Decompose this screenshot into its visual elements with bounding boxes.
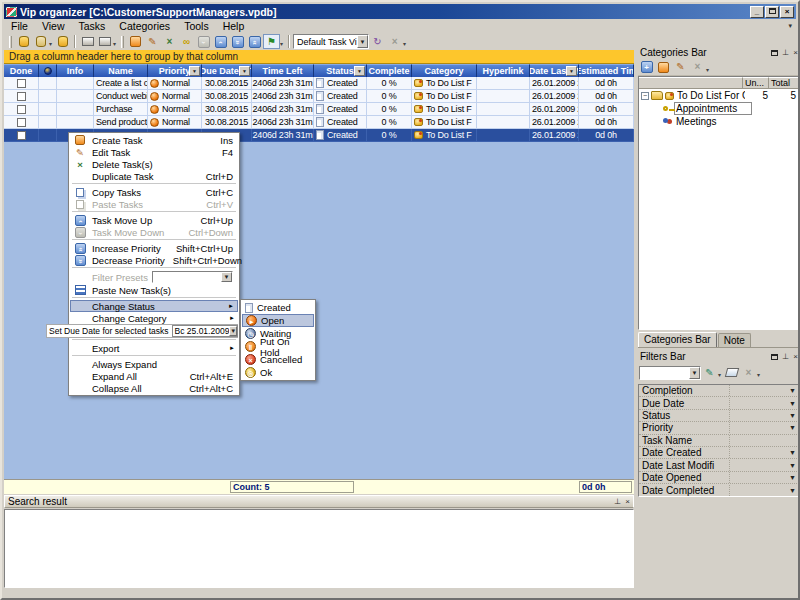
task-move-down-button[interactable]: › xyxy=(195,34,212,49)
filter-presets-arrow-icon[interactable]: ▼ xyxy=(221,272,232,282)
menu-item-decrease-priority[interactable]: »Decrease PriorityShift+Ctrl+Down xyxy=(70,254,238,266)
pin-icon[interactable]: ⊥ xyxy=(614,498,621,506)
close-icon[interactable]: × xyxy=(625,498,630,506)
tab-note[interactable]: Note xyxy=(718,333,751,347)
clear-view-button[interactable]: × xyxy=(386,34,403,49)
status-filter-arrow-icon[interactable]: ▼ xyxy=(354,66,365,76)
clear-filter-button[interactable] xyxy=(723,365,740,380)
filter-row-completion[interactable]: Completion▼ xyxy=(639,385,799,397)
categories-overflow-icon[interactable]: ▾ xyxy=(706,66,709,73)
float-icon[interactable] xyxy=(771,354,778,360)
edit-task-button[interactable]: ✎ xyxy=(144,34,161,49)
tree-item-todo-list[interactable]: − To Do List For Customer S 5 5 xyxy=(639,89,799,102)
dropdown-icon[interactable]: ▼ xyxy=(789,449,796,456)
column-header-status[interactable]: Status▼ xyxy=(314,64,367,77)
edit-category-button[interactable]: ✎ xyxy=(672,60,689,75)
menu-item-export[interactable]: Export► xyxy=(70,342,238,354)
menu-item-create-task[interactable]: Create TaskIns xyxy=(70,134,238,146)
column-header-name[interactable]: Name xyxy=(94,64,148,77)
menu-item-set-due-date[interactable]: Set Due Date for selected tasks Bc 25.01… xyxy=(46,324,238,338)
priority-filter-arrow-icon[interactable]: ▼ xyxy=(189,66,200,76)
dropdown-icon[interactable]: ▼ xyxy=(789,400,796,407)
dropdown-icon[interactable]: ▼ xyxy=(789,424,796,431)
flag-view-button[interactable]: ⚑ xyxy=(263,34,280,49)
delete-task-button[interactable]: × xyxy=(161,34,178,49)
edit-filter-button[interactable]: ✎ xyxy=(701,365,718,380)
column-header-info[interactable]: Info xyxy=(57,64,94,77)
minimize-button[interactable]: _ xyxy=(750,6,764,18)
menu-item-increase-priority[interactable]: »Increase PriorityShift+Ctrl+Up xyxy=(70,242,238,254)
menu-item-paste-new-tasks[interactable]: Paste New Task(s) xyxy=(70,284,238,296)
restore-button[interactable] xyxy=(765,6,779,18)
submenu-item-open[interactable]: ▸Open xyxy=(242,314,314,327)
column-header-date-last-modified[interactable]: Date Last M▼ xyxy=(530,64,579,77)
filter-row-priority[interactable]: Priority▼ xyxy=(639,422,799,434)
dropdown-icon[interactable]: ▼ xyxy=(789,462,796,469)
menu-item-task-move-down[interactable]: ›Task Move DownCtrl+Down xyxy=(70,226,238,238)
delete-category-button[interactable]: × xyxy=(689,60,706,75)
collapse-icon[interactable]: − xyxy=(641,92,649,100)
task-move-up-button[interactable]: › xyxy=(212,34,229,49)
create-task-button[interactable] xyxy=(127,34,144,49)
column-header-hyperlink[interactable]: Hyperlink xyxy=(477,64,530,77)
filter-overflow-icon[interactable]: ▾ xyxy=(718,371,721,378)
print-preview-button[interactable] xyxy=(96,34,113,49)
menu-item-always-expand[interactable]: Always Expand xyxy=(70,358,238,370)
done-checkbox[interactable] xyxy=(17,118,26,127)
done-checkbox[interactable] xyxy=(17,105,26,114)
submenu-item-put-on-hold[interactable]: ‖Put On Hold xyxy=(242,340,314,353)
backup-database-button[interactable] xyxy=(54,34,71,49)
close-icon[interactable]: × xyxy=(793,49,798,57)
print-button[interactable] xyxy=(79,34,96,49)
menu-item-task-move-up[interactable]: ›Task Move UpCtrl+Up xyxy=(70,214,238,226)
filter-preset-arrow-icon[interactable]: ▼ xyxy=(689,367,700,379)
menu-item-duplicate-task[interactable]: Duplicate TaskCtrl+D xyxy=(70,170,238,182)
menu-file[interactable]: File xyxy=(4,19,35,33)
increase-priority-button[interactable]: » xyxy=(246,34,263,49)
task-view-combo-arrow-icon[interactable]: ▼ xyxy=(357,35,368,48)
decrease-priority-button[interactable]: » xyxy=(229,34,246,49)
menu-item-expand-all[interactable]: Expand AllCtrl+Alt+E xyxy=(70,370,238,382)
filter-row-status[interactable]: Status▼ xyxy=(639,410,799,422)
column-header-category[interactable]: Category xyxy=(412,64,477,77)
view-task-button[interactable]: ∞ xyxy=(178,34,195,49)
date-last-filter-arrow-icon[interactable]: ▼ xyxy=(566,66,577,76)
done-checkbox[interactable] xyxy=(17,131,26,140)
close-icon[interactable]: × xyxy=(793,353,798,361)
column-header-done[interactable]: Done xyxy=(4,64,39,77)
due-date-filter-arrow-icon[interactable]: ▼ xyxy=(239,66,250,76)
menu-item-change-status[interactable]: Change Status► xyxy=(70,300,238,312)
menu-help[interactable]: Help xyxy=(216,19,252,33)
dropdown-icon[interactable]: ▼ xyxy=(789,387,796,394)
table-row[interactable]: Send product Normal 30.08.2015 2406d 23h… xyxy=(4,116,634,129)
tab-categories-bar[interactable]: Categories Bar xyxy=(638,332,717,347)
filter-row-task-name[interactable]: Task Name xyxy=(639,435,799,447)
new-category-button[interactable]: + xyxy=(638,60,655,75)
search-result-content[interactable] xyxy=(4,509,634,588)
filter-row-date-created[interactable]: Date Created▼ xyxy=(639,447,799,459)
group-by-bar[interactable]: Drag a column header here to group by th… xyxy=(4,50,634,64)
tree-item-appointments[interactable]: Appointments xyxy=(639,102,799,115)
filter-preset-combo[interactable]: ▼ xyxy=(639,366,701,380)
done-checkbox[interactable] xyxy=(17,79,26,88)
view-overflow-icon[interactable]: ▾ xyxy=(403,40,406,47)
menu-tools[interactable]: Tools xyxy=(177,19,216,33)
new-subcategory-button[interactable] xyxy=(655,60,672,75)
due-date-combo[interactable]: Bc 25.01.2009▼ xyxy=(172,325,238,337)
filter-row-due-date[interactable]: Due Date▼ xyxy=(639,397,799,409)
column-header-estimated-time[interactable]: Estimated Tim xyxy=(579,64,634,77)
menu-view[interactable]: View xyxy=(35,19,72,33)
database-dropdown-icon[interactable]: ▾ xyxy=(49,40,52,47)
task-view-combo[interactable]: Default Task Vi ▼ xyxy=(293,34,369,49)
table-row[interactable]: Purchase Normal 30.08.2015 2406d 23h 31m… xyxy=(4,103,634,116)
due-date-arrow-icon[interactable]: ▼ xyxy=(229,326,237,336)
table-row[interactable]: Conduct webinar Normal 30.08.2015 2406d … xyxy=(4,90,634,103)
menu-item-paste-tasks[interactable]: Paste TasksCtrl+V xyxy=(70,198,238,210)
menu-item-collapse-all[interactable]: Collapse AllCtrl+Alt+C xyxy=(70,382,238,394)
filter-presets-combo[interactable]: ▼ xyxy=(152,271,233,283)
filter-row-date-opened[interactable]: Date Opened▼ xyxy=(639,472,799,484)
table-row[interactable]: Create a list of Normal 30.08.2015 2406d… xyxy=(4,77,634,90)
column-header-attachment[interactable] xyxy=(39,64,57,77)
tree-item-meetings[interactable]: Meetings xyxy=(639,115,799,128)
dropdown-icon[interactable]: ▼ xyxy=(789,474,796,481)
